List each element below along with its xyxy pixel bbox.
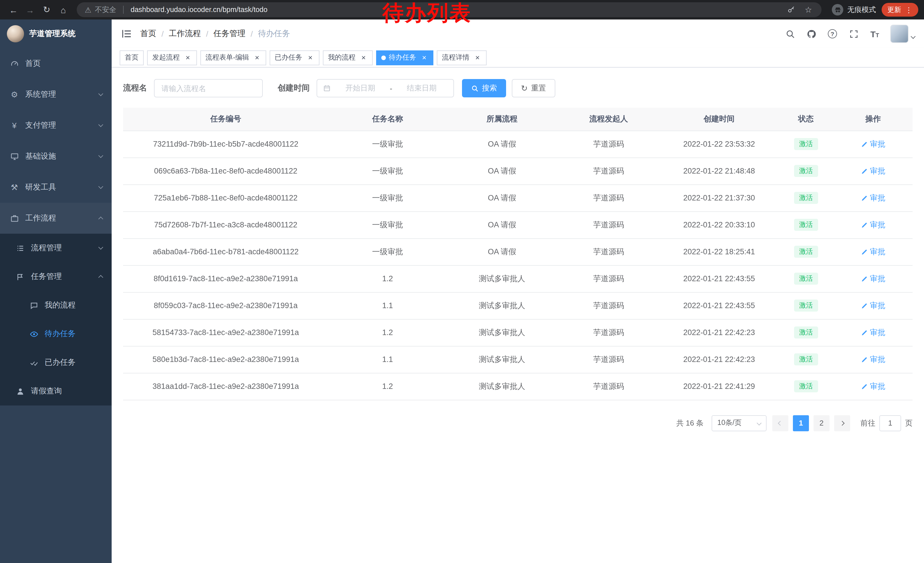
browser-home-icon[interactable]: ⌂ [56,2,71,18]
task-id-cell: a6aba0a4-7b6d-11ec-b781-acde48001122 [123,238,328,265]
approve-link[interactable]: 审批 [861,166,885,176]
sidebar-item-infrastructure[interactable]: 基础设施 [0,141,112,172]
browser-menu-dots-icon[interactable]: ⋮ [905,6,912,14]
process-name-input[interactable] [154,79,263,98]
breadcrumb-item[interactable]: 首页 [140,29,156,39]
sidebar-item-my-process[interactable]: 我的流程 [0,291,112,320]
sidebar-item-workflow[interactable]: 工作流程 [0,203,112,234]
next-page-button[interactable] [834,415,850,431]
tab-close-icon[interactable]: × [420,54,428,62]
tab[interactable]: 待办任务 × [376,50,434,65]
gear-icon: ⚙ [9,90,20,99]
sidebar-item-process-manage[interactable]: 流程管理 [0,234,112,262]
page-button[interactable]: 2 [813,415,830,431]
dashboard-icon [9,59,20,68]
font-size-icon[interactable]: TT [869,28,880,39]
browser-refresh-icon[interactable]: ↻ [39,2,54,18]
github-icon[interactable] [806,28,817,39]
sidebar-item-home[interactable]: 首页 [0,48,112,79]
sidebar-collapse-icon[interactable] [121,28,132,39]
tab[interactable]: 发起流程 × [147,50,197,65]
task-name-cell: 1.1 [328,346,447,373]
sidebar-item-system[interactable]: ⚙ 系统管理 [0,79,112,110]
search-icon[interactable] [784,28,796,39]
breadcrumb-item[interactable]: 工作流程 [169,29,201,39]
sidebar-item-todo-task[interactable]: 待办任务 [0,320,112,348]
calendar-icon [323,84,331,92]
tab-close-icon[interactable]: × [306,54,314,62]
prev-page-button[interactable] [772,415,788,431]
sidebar-item-done-task[interactable]: 已办任务 [0,348,112,377]
help-icon[interactable]: ? [826,28,838,39]
workflow-submenu: 流程管理 任务管理 我的流程 [0,234,112,405]
search-button[interactable]: 搜索 [462,79,506,98]
fullscreen-icon[interactable] [848,28,859,39]
navbar-tools: ? TT [784,25,915,43]
approve-link[interactable]: 审批 [861,220,885,230]
edit-pen-icon [861,275,868,282]
sidebar-item-payment[interactable]: ¥ 支付管理 [0,110,112,141]
table-row: 58154733-7ac8-11ec-a9e2-a2380e71991a 1.2… [123,319,912,346]
tab[interactable]: 流程表单-编辑 × [200,50,266,65]
starter-cell: 芋道源码 [557,131,660,158]
breadcrumb-item[interactable]: 任务管理 [213,29,246,39]
approve-link[interactable]: 审批 [861,300,885,311]
sidebar-item-leave-query[interactable]: 请假查询 [0,377,112,405]
browser-forward-icon[interactable]: → [22,2,38,18]
sidebar-item-label: 已办任务 [45,357,76,368]
tab-close-icon[interactable]: × [474,54,482,62]
process-cell: 测试多审批人 [447,346,557,373]
breadcrumb-separator: / [162,29,164,38]
update-button[interactable]: 更新 ⋮ [882,3,918,17]
approve-label: 审批 [870,273,885,284]
tab[interactable]: 首页 [120,50,144,65]
starter-cell: 芋道源码 [557,265,660,292]
password-key-icon[interactable] [786,5,796,15]
task-id-cell: 580e1b3d-7ac8-11ec-a9e2-a2380e71991a [123,346,328,373]
tab[interactable]: 流程详情 × [437,50,487,65]
chevron-down-icon [99,93,102,96]
status-badge: 激活 [794,326,818,338]
tab[interactable]: 已办任务 × [270,50,320,65]
chevron-down-icon [99,186,102,189]
status-cell: 激活 [778,185,834,211]
approve-link[interactable]: 审批 [861,139,885,149]
action-cell: 审批 [834,373,912,400]
eye-icon [28,330,39,338]
create-time-cell: 2022-01-21 22:43:55 [660,265,778,292]
avatar[interactable] [890,25,909,43]
goto-page-input[interactable] [879,415,901,431]
incognito-badge: 无痕模式 [827,4,880,15]
app-logo: 芋道管理系统 [0,20,112,48]
page-buttons: 12 [793,415,830,431]
search-icon [471,84,478,92]
approve-link[interactable]: 审批 [861,246,885,257]
page-button[interactable]: 1 [793,415,809,431]
security-warning[interactable]: ⚠ 不安全 [85,5,116,15]
action-cell: 审批 [834,292,912,319]
date-range-picker[interactable]: 开始日期 - 结束日期 [316,79,454,98]
sidebar-item-task-manage[interactable]: 任务管理 [0,262,112,291]
approve-link[interactable]: 审批 [861,354,885,365]
user-menu[interactable] [890,25,915,43]
task-id-cell: 8f0d1619-7ac8-11ec-a9e2-a2380e71991a [123,265,328,292]
tab-close-icon[interactable]: × [184,54,192,62]
main-area: 首页/工作流程/任务管理/待办任务 ? TT [112,20,924,563]
tab[interactable]: 我的流程 × [323,50,373,65]
approve-link[interactable]: 审批 [861,327,885,338]
annotation-text: 待办列表 [382,2,472,25]
task-id-cell: 725a1eb6-7b88-11ec-8ef0-acde48001122 [123,185,328,211]
starter-cell: 芋道源码 [557,238,660,265]
approve-link[interactable]: 审批 [861,381,885,392]
tab-close-icon[interactable]: × [360,54,368,62]
tab-close-icon[interactable]: × [253,54,261,62]
approve-link[interactable]: 审批 [861,193,885,203]
sidebar-item-devtools[interactable]: ⚒ 研发工具 [0,172,112,203]
page-content: 流程名 创建时间 开始日期 - 结束日期 搜索 [112,68,924,563]
browser-back-icon[interactable]: ← [6,2,21,18]
reset-button[interactable]: ↻ 重置 [512,79,555,98]
approve-link[interactable]: 审批 [861,273,885,284]
bookmark-star-icon[interactable]: ☆ [803,5,813,15]
table-row: 069c6a63-7b8a-11ec-8ef0-acde48001122 一级审… [123,158,912,185]
page-size-select[interactable]: 10条/页 [712,415,766,431]
